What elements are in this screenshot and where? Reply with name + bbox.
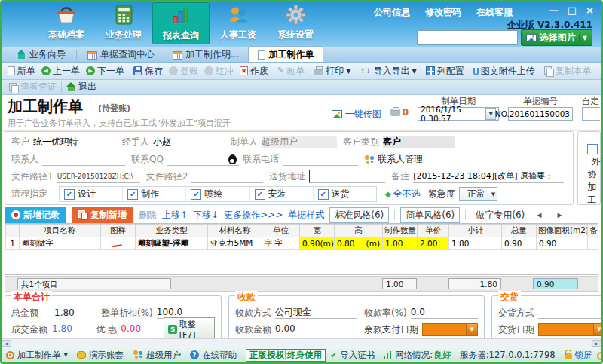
col-header[interactable]: 图样 [101, 225, 136, 237]
dropdown-arrow-icon[interactable]: ▼ [346, 68, 350, 75]
outsource-checkbox[interactable] [587, 144, 598, 154]
one-click-upload-link[interactable]: 一键传图 [345, 108, 381, 121]
unit-cell[interactable]: 字字 [262, 237, 300, 250]
preferential-input[interactable]: 0.00 [121, 323, 158, 335]
file-path1-input[interactable]: USER-20150128ZH:C:\ [57, 170, 140, 183]
custom-no-field[interactable] [582, 107, 600, 121]
statusbar-help[interactable]: ?在线帮助 [190, 350, 237, 361]
subtotal-cell[interactable]: 1.80 [449, 237, 502, 250]
item-name-cell[interactable]: 雕刻做字 [20, 237, 101, 250]
style-scroll-right-icon[interactable]: ▶ [555, 212, 564, 219]
change-password-link[interactable]: 修改密码 [425, 6, 461, 19]
modify-button[interactable]: ✎改单 [274, 64, 308, 78]
remark-input[interactable]: [2015-12-23 18:04][改单] 原摘要： [413, 170, 564, 183]
image-path-input[interactable] [417, 30, 518, 45]
col-header[interactable]: 制作数量 [383, 225, 418, 237]
payment-amount-input[interactable]: 0.00 [275, 323, 357, 335]
col-header[interactable]: 备 [588, 225, 599, 237]
style-scroll-left-icon[interactable]: ◀ [534, 212, 543, 219]
reverse-button[interactable]: 红冲 [201, 64, 237, 78]
post-status-link[interactable]: (待登账) [98, 102, 130, 114]
copy-doc-button[interactable]: 复制本单 [541, 64, 595, 78]
payment-rate-input[interactable]: 0.0 [411, 307, 478, 319]
more-actions-link[interactable]: 更多操作>>> [224, 209, 283, 222]
dropdown-arrow-icon[interactable]: ▼ [491, 191, 495, 197]
note-cell[interactable] [588, 237, 599, 250]
flow-step-design[interactable]: ✔设计 [60, 187, 123, 201]
column-config-button[interactable]: 列配置 [423, 64, 467, 78]
total-cell[interactable]: 0.90 [502, 237, 537, 250]
handler-input[interactable]: 小赵 [153, 136, 225, 148]
next-doc-button[interactable]: ▶下一单 [83, 64, 127, 78]
urgency-select[interactable]: 正常▼ [459, 187, 497, 201]
col-header[interactable]: 材料名称 [208, 225, 262, 237]
business-type-cell[interactable]: 雕刻吸塑-浮雕 [136, 237, 208, 250]
tab-processing-order[interactable]: 加工制作单 [248, 46, 323, 62]
dropdown-arrow-icon[interactable]: ▼ [579, 35, 587, 41]
copy-add-button[interactable]: 复制新增 [72, 207, 133, 223]
col-header[interactable]: 项目名称 [20, 225, 101, 237]
statusbar-account[interactable]: 演示账套 [77, 350, 124, 361]
area-cell[interactable]: 0.90 [537, 237, 588, 250]
nav-basic-files[interactable]: 基础档案 [38, 2, 95, 44]
checkbox-checked-icon[interactable]: ✔ [255, 189, 265, 200]
col-header[interactable]: 宽 [300, 225, 335, 237]
style-tab-simple[interactable]: 简单风格(6) [400, 207, 460, 223]
col-header[interactable]: 单位 [262, 225, 300, 237]
save-button[interactable]: 保存 [130, 64, 166, 78]
flow-step-deliver[interactable]: ✔送货 [314, 187, 376, 201]
material-cell[interactable]: 亚克力5MM [208, 237, 262, 250]
flow-step-make[interactable]: ✔制作 [123, 187, 186, 201]
nav-business[interactable]: 业务处理 [95, 2, 152, 44]
delivery-method-input[interactable] [538, 307, 603, 319]
company-info-link[interactable]: 公司信息 [374, 6, 410, 19]
select-image-button[interactable]: 选择图片 ▼ [521, 29, 592, 46]
tab-processing-detail[interactable]: 加工制作明... [164, 47, 248, 62]
tab-business-wizard[interactable]: 业务向导 [8, 47, 75, 62]
scroll-left-icon[interactable]: ◀ [2, 340, 11, 347]
contact-manage-link[interactable]: 联系人管理 [378, 153, 423, 166]
flow-step-print[interactable]: ✔喷绘 [186, 187, 249, 201]
void-button[interactable]: ✖作废 [237, 64, 271, 78]
height-cell[interactable]: 0.80(m) [335, 237, 383, 250]
online-service-link[interactable]: 在线客服 [476, 6, 513, 19]
checkbox-checked-icon[interactable]: ✔ [191, 189, 201, 200]
close-icon[interactable]: × [586, 5, 594, 16]
checkbox-checked-icon[interactable]: ✔ [318, 189, 329, 200]
balance-date-select[interactable]: ▼ [422, 323, 478, 336]
style-tab-lettering[interactable]: 做字专用(6) [471, 208, 529, 222]
horizontal-scrollbar[interactable]: ◀ ▶ [2, 338, 601, 347]
col-header[interactable]: 小计 [449, 225, 502, 237]
import-export-button[interactable]: ↑↓导入导出▼ [357, 64, 419, 78]
paste-screenshot-button[interactable]: ✎粘贴截图 [598, 64, 603, 78]
checkbox-checked-icon[interactable]: ✔ [64, 189, 75, 200]
sample-cell[interactable] [101, 237, 136, 250]
flow-step-install[interactable]: ✔安装 [250, 187, 314, 201]
nav-settings[interactable]: 系统设置 [267, 2, 324, 44]
customer-input[interactable]: 统一优玛特 [33, 136, 116, 148]
attachment-upload-button[interactable]: 图文附件上传 [470, 64, 538, 78]
doc-no-field[interactable]: NO.201601150003 [508, 107, 573, 121]
phone-input[interactable] [283, 153, 358, 166]
row-number-header[interactable] [6, 225, 20, 237]
style-tab-standard[interactable]: 标准风格(6) [329, 207, 389, 223]
doc-style-link[interactable]: 单据样式 [288, 209, 324, 222]
nav-hr-payroll[interactable]: 人事工资 [210, 2, 267, 44]
prev-doc-button[interactable]: ◀上一单 [38, 64, 83, 78]
statusbar-user[interactable]: 超级用户 [133, 350, 181, 361]
view-voucher-button[interactable]: 查看凭证 [6, 80, 60, 94]
width-cell[interactable]: 0.90(m) [300, 237, 335, 250]
contact-input[interactable] [42, 153, 125, 166]
nav-reports[interactable]: 报表查询 [152, 2, 210, 44]
switch-user-button[interactable]: 切换用户 [597, 350, 603, 361]
dropdown-arrow-icon[interactable]: ▼ [466, 324, 477, 335]
maximize-icon[interactable]: □ [568, 5, 577, 16]
add-record-button[interactable]: 新增记录 [5, 207, 66, 223]
col-header[interactable]: 总量 [502, 225, 537, 237]
statusbar-import-cert[interactable]: ✔导入证书 [330, 350, 375, 361]
lock-screen-button[interactable]: 锁屏 [565, 350, 592, 361]
col-header[interactable]: 高 [335, 225, 383, 237]
col-header[interactable]: 业务类型 [136, 225, 208, 237]
post-button[interactable]: 登账 [166, 64, 201, 78]
tab-query-center[interactable]: 单据查询中心 [78, 47, 164, 62]
